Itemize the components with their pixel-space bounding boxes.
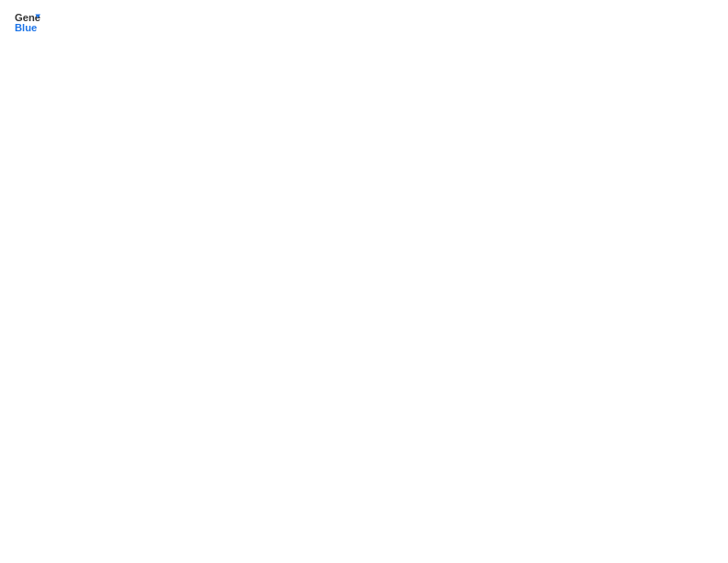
- header: General Blue: [13, 9, 715, 39]
- page: General Blue: [0, 0, 728, 563]
- logo: General Blue: [13, 9, 40, 39]
- svg-text:Blue: Blue: [15, 22, 37, 33]
- logo-icon: General Blue: [15, 9, 40, 35]
- svg-text:General: General: [15, 12, 40, 23]
